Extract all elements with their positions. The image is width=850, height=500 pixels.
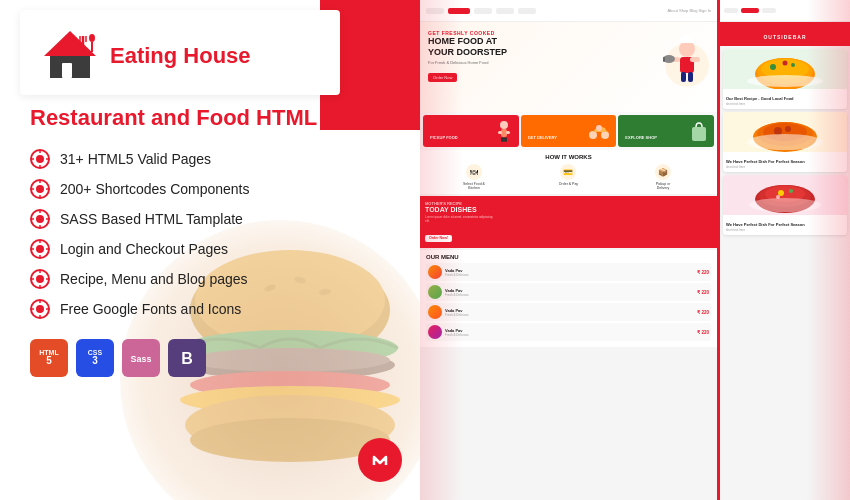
logo-text: Eating House xyxy=(110,45,251,67)
svg-point-22 xyxy=(36,155,44,163)
bullet-icon-4 xyxy=(30,239,50,259)
svg-text:Sass: Sass xyxy=(130,354,151,364)
card-label-delivery: GET DELIVERY xyxy=(526,133,559,142)
features-list: 31+ HTML5 Valid Pages 200+ Shortcodes Co… xyxy=(30,149,390,319)
card-label-explore: EXPLORE SHOP xyxy=(623,133,659,142)
nav-dot xyxy=(474,8,492,14)
sidebar-food-desc-2: short text here xyxy=(726,165,844,169)
svg-point-78 xyxy=(785,126,791,132)
svg-rect-54 xyxy=(688,72,693,82)
explore-card: EXPLORE SHOP xyxy=(618,115,714,147)
menu-item-img-3 xyxy=(428,305,442,319)
step-icon-1: 🍽 xyxy=(466,164,482,180)
menu-info-4: Vada Pav Fresh & Delicious xyxy=(445,328,694,337)
how-step-2: 💳 Order & Pay xyxy=(559,164,578,190)
how-it-works-section: HOW IT WORKS 🍽 Select Food & Kitchen 💳 O… xyxy=(420,150,717,194)
logo-area: Eating House xyxy=(20,10,340,95)
how-it-works-title: HOW IT WORKS xyxy=(426,154,711,160)
delivery-card: GET DELIVERY xyxy=(521,115,617,147)
how-steps: 🍽 Select Food & Kitchen 💳 Order & Pay 📦 … xyxy=(426,164,711,190)
svg-point-7 xyxy=(89,34,95,42)
sidebar-food-img-3 xyxy=(723,175,847,215)
menu-item-img-2 xyxy=(428,285,442,299)
list-item: Recipe, Menu and Blog pages xyxy=(30,269,390,289)
nav-dot xyxy=(496,8,514,14)
sidebar-nav-dot-active xyxy=(741,8,759,13)
sidebar-food-info-1: Our Best Recipe - Good Local Food short … xyxy=(723,93,847,109)
tech-badges: 5 HTML 3 CSS Sass B xyxy=(30,339,390,377)
sidebar-food-title-1: Our Best Recipe - Good Local Food xyxy=(726,96,844,101)
logo-icon xyxy=(40,28,100,83)
menu-item-2: Vada Pav Fresh & Delicious ₹ 220 xyxy=(426,283,711,301)
svg-point-79 xyxy=(747,134,823,150)
sidebar-title: OUTSIDEBAR xyxy=(763,34,806,40)
sidebar-food-info-3: We Have Perfect Dish For Perfect Season … xyxy=(723,219,847,235)
menu-item-4: Vada Pav Fresh & Delicious ₹ 220 xyxy=(426,323,711,341)
step-text-3: Pickup or Delivery xyxy=(649,182,677,190)
preview-main: About Shop Blog Sign In GET FRESHLY COOK… xyxy=(420,0,717,500)
market-logo-icon xyxy=(367,447,393,473)
hero-illustration xyxy=(657,27,712,92)
market-badge[interactable] xyxy=(358,438,402,482)
svg-point-28 xyxy=(36,245,44,253)
list-item: Free Google Fonts and Icons xyxy=(30,299,390,319)
dishes-desc: Lorem ipsum dolor sit amet, consectetur … xyxy=(425,215,495,223)
svg-point-43 xyxy=(368,448,392,472)
bullet-icon-2 xyxy=(30,179,50,199)
svg-point-87 xyxy=(749,198,821,212)
sidebar-food-desc-1: short text here xyxy=(726,102,844,106)
svg-point-69 xyxy=(770,64,776,70)
svg-point-71 xyxy=(783,61,788,66)
svg-point-30 xyxy=(36,275,44,283)
svg-text:HTML: HTML xyxy=(39,349,59,356)
bullet-icon-3 xyxy=(30,209,50,229)
step-icon-2: 💳 xyxy=(560,164,576,180)
menu-item-1: Vada Pav Fresh & Delicious ₹ 220 xyxy=(426,263,711,281)
menu-price-3: ₹ 220 xyxy=(697,310,709,315)
right-panel: About Shop Blog Sign In GET FRESHLY COOK… xyxy=(420,0,850,500)
menu-item-img-1 xyxy=(428,265,442,279)
svg-text:5: 5 xyxy=(46,355,52,366)
preview-hero: GET FRESHLY COOKED HOME FOOD AT YOUR DOO… xyxy=(420,22,717,112)
bullet-icon-5 xyxy=(30,269,50,289)
menu-price-2: ₹ 220 xyxy=(697,290,709,295)
card-label-pickup: PICKUP FOOD xyxy=(428,133,460,142)
logo-name: Eating House xyxy=(110,45,251,67)
svg-point-26 xyxy=(36,215,44,223)
sidebar-food-title-3: We Have Perfect Dish For Perfect Season xyxy=(726,222,844,227)
menu-desc-2: Fresh & Delicious xyxy=(445,293,694,297)
svg-text:3: 3 xyxy=(92,355,98,366)
menu-price-4: ₹ 220 xyxy=(697,330,709,335)
svg-rect-52 xyxy=(663,57,665,62)
sidebar-food-title-2: We Have Perfect Dish For Perfect Season xyxy=(726,159,844,164)
sidebar-nav-dot xyxy=(762,8,776,13)
menu-desc-4: Fresh & Delicious xyxy=(445,333,694,337)
svg-point-85 xyxy=(789,189,793,193)
nav-links: About Shop Blog Sign In xyxy=(667,8,711,13)
svg-rect-60 xyxy=(504,137,507,142)
svg-rect-47 xyxy=(682,34,692,39)
dishes-cta[interactable]: Order Now! xyxy=(425,235,452,242)
main-title: Restaurant and Food HTML xyxy=(30,105,390,131)
hero-title: HOME FOOD AT YOUR DOORSTEP xyxy=(428,36,518,58)
sidebar-food-img-1 xyxy=(723,49,847,89)
sidebar-browser-header xyxy=(720,0,850,22)
svg-rect-59 xyxy=(501,137,504,142)
sidebar-nav-dot xyxy=(724,8,738,13)
preview-cards-row: PICKUP FOOD GET DELIVERY xyxy=(420,112,717,150)
svg-rect-58 xyxy=(506,131,510,134)
svg-point-45 xyxy=(679,41,695,57)
hero-cta[interactable]: Order Now xyxy=(428,73,457,82)
menu-title: OUR MENU xyxy=(426,254,711,260)
svg-text:B: B xyxy=(181,350,193,367)
bullet-icon-1 xyxy=(30,149,50,169)
menu-info-2: Vada Pav Fresh & Delicious xyxy=(445,288,694,297)
hero-subtitle: For Fresh & Delicious Home Food xyxy=(428,60,508,65)
how-step-3: 📦 Pickup or Delivery xyxy=(649,164,677,190)
list-item: Login and Checkout Pages xyxy=(30,239,390,259)
our-menu-section: OUR MENU Vada Pav Fresh & Delicious ₹ 22… xyxy=(420,250,717,347)
bullet-icon-6 xyxy=(30,299,50,319)
left-panel: Eating House xyxy=(0,0,420,500)
svg-text:CSS: CSS xyxy=(88,349,103,356)
svg-point-63 xyxy=(596,125,602,131)
